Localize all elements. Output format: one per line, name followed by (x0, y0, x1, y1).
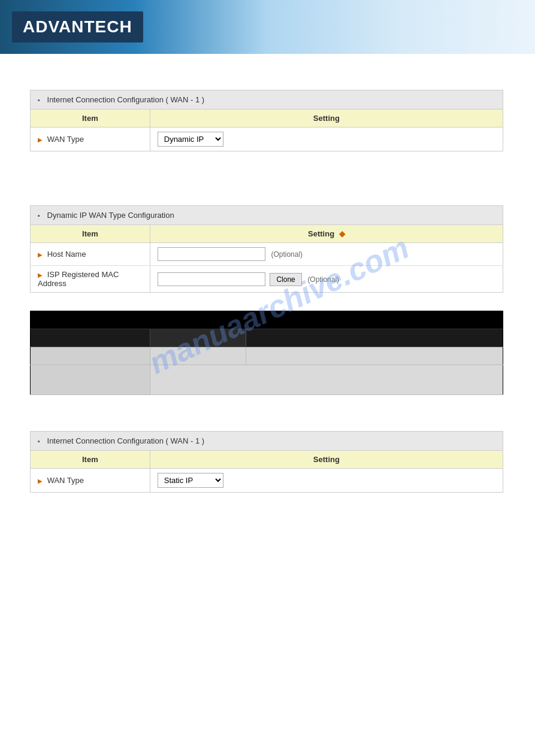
wan-config-table-2: ▪ Internet Connection Configuration ( WA… (30, 431, 503, 493)
isp-mac-input[interactable] (158, 272, 265, 286)
wan-type-select-1[interactable]: Dynamic IP Static IP PPPoE (158, 132, 223, 147)
page-content: ▪ Internet Connection Configuration ( WA… (0, 54, 535, 529)
redacted-col-header (31, 329, 503, 347)
setting-star: ◆ (339, 229, 345, 238)
wan-type-bullet-2: ▶ (38, 478, 43, 484)
logo: ADVANTECH (23, 17, 132, 37)
section2-title: Dynamic IP WAN Type Configuration (47, 211, 174, 220)
wan-type-item-2: ▶ WAN Type (31, 469, 150, 493)
col-header-row-2: Item Setting ◆ (31, 225, 503, 243)
col-item-header-2: Item (31, 225, 150, 243)
col-setting-header-4: Setting (150, 451, 503, 469)
section-header-row-1: ▪ Internet Connection Configuration ( WA… (31, 90, 503, 110)
section1-title: Internet Connection Configuration ( WAN … (47, 95, 205, 104)
redacted-table (30, 311, 503, 395)
host-name-item: ▶ Host Name (31, 243, 150, 266)
wan-type-setting-1: Dynamic IP Static IP PPPoE (150, 127, 503, 151)
host-name-setting: (Optional) (150, 243, 503, 266)
logo-ad: AD (23, 17, 48, 36)
wan-type-row-2: ▶ WAN Type Dynamic IP Static IP PPPoE (31, 469, 503, 493)
redacted-data-row-1 (31, 347, 503, 365)
wan-config-table-1: ▪ Internet Connection Configuration ( WA… (30, 90, 503, 151)
col-item-header-4: Item (31, 451, 150, 469)
wan-type-select-2[interactable]: Dynamic IP Static IP PPPoE (158, 473, 223, 488)
section4-title: Internet Connection Configuration ( WAN … (47, 436, 205, 445)
isp-mac-optional: (Optional) (307, 275, 339, 284)
section-header-row-2: ▪ Dynamic IP WAN Type Configuration (31, 206, 503, 225)
wan-type-bullet-1: ▶ (38, 136, 43, 143)
section-header-row-4: ▪ Internet Connection Configuration ( WA… (31, 432, 503, 451)
wan-type-label-1: WAN Type (47, 135, 84, 144)
host-name-row: ▶ Host Name (Optional) (31, 243, 503, 266)
page-header: ADVANTECH (0, 0, 535, 54)
wan-type-row-1: ▶ WAN Type Dynamic IP Static IP PPPoE (31, 127, 503, 151)
host-name-label: Host Name (47, 250, 86, 259)
col-setting-header-2: Setting ◆ (150, 225, 503, 243)
isp-mac-item: ▶ ISP Registered MAC Address (31, 266, 150, 293)
wan-type-setting-2: Dynamic IP Static IP PPPoE (150, 469, 503, 493)
redacted-header-row (31, 311, 503, 329)
logo-vantech: VANTECH (48, 17, 132, 36)
logo-box: ADVANTECH (12, 11, 143, 42)
host-name-input[interactable] (158, 247, 265, 261)
col-setting-text-2: Setting (308, 229, 334, 238)
isp-mac-setting: Clone (Optional) (150, 266, 503, 293)
host-name-optional: (Optional) (271, 250, 303, 259)
col-item-header-1: Item (31, 110, 150, 127)
host-name-bullet: ▶ (38, 251, 43, 258)
wan-type-label-2: WAN Type (47, 476, 84, 485)
dynamic-ip-config-table: ▪ Dynamic IP WAN Type Configuration Item… (30, 205, 503, 293)
isp-mac-bullet: ▶ (38, 272, 43, 278)
clone-button[interactable]: Clone (270, 273, 301, 286)
isp-mac-label: ISP Registered MAC Address (38, 270, 119, 288)
isp-mac-row: ▶ ISP Registered MAC Address Clone (Opti… (31, 266, 503, 293)
col-setting-header-1: Setting (150, 110, 503, 127)
col-header-row-4: Item Setting (31, 451, 503, 469)
wan-type-item-1: ▶ WAN Type (31, 127, 150, 151)
col-header-row-1: Item Setting (31, 110, 503, 127)
redacted-data-row-2 (31, 365, 503, 395)
